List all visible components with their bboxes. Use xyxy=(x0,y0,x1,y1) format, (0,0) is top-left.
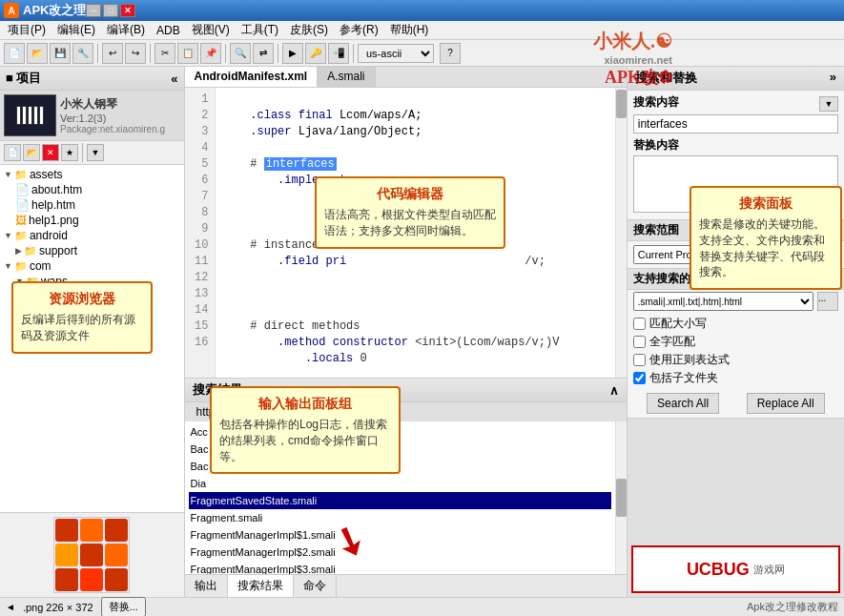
status-bar: ◄ .png 226 × 372 替换... Apk改之理修改教程 xyxy=(0,597,844,616)
tb-build[interactable]: ▶ xyxy=(282,43,303,64)
tb-open[interactable]: 📂 xyxy=(27,43,48,64)
checkbox-case[interactable] xyxy=(633,318,646,330)
file-icon-helppng: 🖼 xyxy=(15,214,27,227)
replace-all-button[interactable]: Replace All xyxy=(747,393,825,414)
checkbox-regex[interactable] xyxy=(633,354,646,366)
menu-compile[interactable]: 编译(B) xyxy=(101,21,151,39)
search-input[interactable] xyxy=(633,114,838,133)
search-panel: 搜索和替换 » 搜索内容 ▼ 替换内容 搜索范围 Current Project… xyxy=(627,67,844,597)
tree-item-support[interactable]: ▶ 📁 support xyxy=(2,243,182,258)
tree-label-helppng: help1.png xyxy=(29,214,79,227)
app-icon: A xyxy=(4,3,19,18)
editor-tabs: AndroidManifest.xml A.smali xyxy=(185,67,627,88)
search-panel-expand[interactable]: » xyxy=(830,70,836,87)
sr-item-fmi2[interactable]: FragmentManagerImpl$2.smali xyxy=(189,544,611,561)
tb-paste[interactable]: 📌 xyxy=(200,43,221,64)
left-arrow-btn[interactable]: ◄ xyxy=(6,602,15,612)
ptb-new[interactable]: 📄 xyxy=(4,144,21,161)
option-whole-word[interactable]: 全字匹配 xyxy=(633,333,838,351)
sr-item-fragmentsavedstate[interactable]: FragmentSavedState.smali xyxy=(189,492,611,509)
tb-replace[interactable]: ⇄ xyxy=(253,43,274,64)
tree-item-android[interactable]: ▼ 📁 android xyxy=(2,228,182,243)
option-subfolders[interactable]: 包括子文件夹 xyxy=(633,369,838,387)
sr-btab-output[interactable]: 输出 xyxy=(185,575,228,597)
menu-view[interactable]: 视图(V) xyxy=(186,21,236,39)
tb-cut[interactable]: ✂ xyxy=(154,43,175,64)
tb-sign[interactable]: 🔑 xyxy=(305,43,326,64)
folder-icon-com: 📁 xyxy=(14,260,28,273)
sr-btab-results[interactable]: 搜索结果 xyxy=(228,575,294,597)
menu-ref[interactable]: 参考(R) xyxy=(334,21,384,39)
sr-item-fmi3[interactable]: FragmentManagerImpl$3.smali xyxy=(189,561,611,574)
expand-android[interactable]: ▼ xyxy=(4,231,12,240)
tab-asmali[interactable]: A.smali xyxy=(318,67,375,87)
sr-item-3[interactable]: Dia xyxy=(189,475,611,492)
tree-item-assets[interactable]: ▼ 📁 assets xyxy=(2,167,182,182)
option-regex[interactable]: 使用正则表达式 xyxy=(633,351,838,369)
filetype-edit-btn[interactable]: ... xyxy=(817,292,838,311)
ptb-star[interactable]: ★ xyxy=(61,144,78,161)
ptb-menu[interactable]: ▼ xyxy=(87,144,104,161)
tooltip-code-editor: 代码编辑器 语法高亮，根据文件类型自动匹配语法；支持多文档同时编辑。 xyxy=(315,176,505,249)
tree-item-helppng[interactable]: 🖼 help1.png xyxy=(2,213,182,228)
ptb-close[interactable]: ✕ xyxy=(42,144,59,161)
folder-icon-support: 📁 xyxy=(24,245,37,257)
search-buttons: Search All Replace All xyxy=(628,389,844,418)
search-all-button[interactable]: Search All xyxy=(647,393,719,414)
sr-btab-cmd[interactable]: 命令 xyxy=(294,575,337,597)
replace-button[interactable]: 替换... xyxy=(101,597,146,616)
sr-item-fragment[interactable]: Fragment.smali xyxy=(189,509,611,526)
ucbug-logo: UCBUG 游戏网 xyxy=(631,545,840,593)
sr-item-fmi1[interactable]: FragmentManagerImpl$1.smali xyxy=(189,526,611,544)
expand-support[interactable]: ▶ xyxy=(15,246,22,256)
tree-item-helphtm[interactable]: 📄 help.htm xyxy=(2,197,182,213)
tree-label-support: support xyxy=(39,244,77,257)
panel-collapse-btn[interactable]: « xyxy=(171,72,177,86)
tree-label-android: android xyxy=(30,229,68,242)
tb-new[interactable]: 📄 xyxy=(4,43,25,64)
folder-icon-android: 📁 xyxy=(14,230,28,242)
maximize-button[interactable]: □ xyxy=(103,4,118,17)
tooltip-search-panel: 搜索面板 搜索是修改的关键功能。支持全文、文件内搜索和替换支持关键字、代码段搜索… xyxy=(690,186,842,290)
menu-skin[interactable]: 皮肤(S) xyxy=(284,21,334,39)
ptb-sep xyxy=(82,143,83,162)
tb-install[interactable]: 📲 xyxy=(328,43,349,64)
tb-save[interactable]: 💾 xyxy=(50,43,71,64)
encoding-select[interactable]: us-ascii UTF-8 GBK xyxy=(358,44,434,63)
tree-item-com[interactable]: ▼ 📁 com xyxy=(2,258,182,274)
tb-copy[interactable]: 📋 xyxy=(177,43,198,64)
checkbox-whole-word[interactable] xyxy=(633,336,646,348)
tb-redo[interactable]: ↪ xyxy=(125,43,146,64)
tb-btn4[interactable]: 🔧 xyxy=(72,43,93,64)
tb-help[interactable]: ? xyxy=(440,43,461,64)
tab-androidmanifest[interactable]: AndroidManifest.xml xyxy=(185,67,319,87)
project-info-area: 小米人钢琴 Ver:1.2(3) Package:net.xiaomiren.g xyxy=(0,91,184,141)
sep4 xyxy=(278,44,278,63)
minimize-button[interactable]: ─ xyxy=(86,4,101,17)
file-icon-help: 📄 xyxy=(15,198,30,212)
scrollbar-v-editor[interactable] xyxy=(615,88,627,378)
tb-search[interactable]: 🔍 xyxy=(230,43,251,64)
menu-adb[interactable]: ADB xyxy=(151,23,186,38)
expand-assets[interactable]: ▼ xyxy=(4,170,12,179)
menu-help[interactable]: 帮助(H) xyxy=(384,21,435,39)
search-results-collapse[interactable]: ∧ xyxy=(609,383,619,398)
title-bar: A APK改之理 ─ □ ✕ xyxy=(0,0,844,21)
search-content-label: 搜索内容 xyxy=(633,94,679,111)
scrollbar-v-results[interactable] xyxy=(615,421,627,574)
checkbox-subfolders[interactable] xyxy=(633,372,646,384)
menu-edit[interactable]: 编辑(E) xyxy=(51,21,101,39)
expand-com[interactable]: ▼ xyxy=(4,261,12,271)
option-case[interactable]: 匹配大小写 xyxy=(633,315,838,333)
menu-tools[interactable]: 工具(T) xyxy=(236,21,284,39)
ptb-open[interactable]: 📂 xyxy=(23,144,40,161)
menu-project[interactable]: 项目(P) xyxy=(2,21,51,39)
tooltip-search-text: 搜索是修改的关键功能。支持全文、文件内搜索和替换支持关键字、代码段搜索。 xyxy=(699,216,833,280)
tooltip-code-text: 语法高亮，根据文件类型自动匹配语法；支持多文档同时编辑。 xyxy=(324,207,496,239)
tree-item-abouthtm[interactable]: 📄 about.htm xyxy=(2,182,182,197)
tb-undo[interactable]: ↩ xyxy=(102,43,123,64)
search-dropdown-btn[interactable]: ▼ xyxy=(819,96,838,112)
tooltip-search-title: 搜索面板 xyxy=(699,195,833,213)
filetype-select[interactable]: .smali|.xml|.txt|.htm|.html xyxy=(633,292,813,311)
close-button[interactable]: ✕ xyxy=(120,4,135,17)
